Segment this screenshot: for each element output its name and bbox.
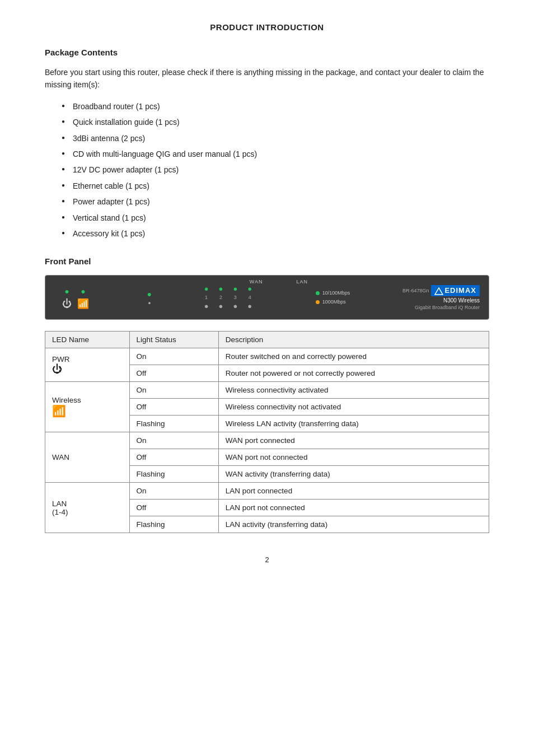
wireless-led-group: ● 📶 xyxy=(77,287,89,309)
lan-2-num: 2 xyxy=(219,295,222,300)
lan-3-dot-b: ● xyxy=(233,302,237,310)
list-item: 12V DC power adapter (1 pcs) xyxy=(62,164,489,176)
lan-2-dot-b: ● xyxy=(219,302,223,310)
pwr-on-desc: Router switched on and correctly powered xyxy=(218,348,489,365)
page-title: PRODUCT INTRODUCTION xyxy=(45,22,489,32)
list-item: Broadband router (1 pcs) xyxy=(62,100,489,113)
list-item: 3dBi antenna (2 pcs) xyxy=(62,132,489,144)
lan-3-dot: ● xyxy=(233,284,237,293)
speed-100-label: 10/100Mbps xyxy=(322,290,350,296)
table-row: PWR ⏻ On Router switched on and correctl… xyxy=(45,348,489,365)
lan-4-dot-b: ● xyxy=(247,302,252,310)
pwr-symbol: ⏻ xyxy=(52,363,123,375)
lan-port-1: ● 1 ● xyxy=(204,284,209,310)
wireless-flash-desc: Wireless LAN activity (transferring data… xyxy=(218,416,489,432)
lan-1-dot: ● xyxy=(204,284,209,293)
speed-indicators: 10/100Mbps 1000Mbps xyxy=(316,290,350,305)
lan-off-desc: LAN port not connected xyxy=(218,500,489,516)
speed-1000: 1000Mbps xyxy=(316,299,350,305)
col-led-name: LED Name xyxy=(45,332,130,348)
wan-led-name: WAN xyxy=(45,432,130,483)
lan-flash-desc: LAN activity (transferring data) xyxy=(218,516,489,533)
lan-1-dot-b: ● xyxy=(204,302,209,310)
wifi-symbol: 📶 xyxy=(52,404,123,418)
pwr-led-group: ● ⏻ xyxy=(62,287,72,309)
wan-led-top: ● xyxy=(147,290,152,298)
led-table: LED Name Light Status Description PWR ⏻ … xyxy=(45,331,489,533)
pwr-off-status: Off xyxy=(129,365,218,382)
col-description: Description xyxy=(218,332,489,348)
lan-top-label: LAN xyxy=(296,279,308,284)
lan-3-num: 3 xyxy=(234,295,237,300)
wireless-on-status: On xyxy=(129,382,218,399)
lan-ports-group: ● 1 ● ● 2 ● ● 3 ● ● 4 ● xyxy=(204,284,252,310)
speed-100: 10/100Mbps xyxy=(316,290,350,296)
speed-100-dot xyxy=(316,291,320,295)
wan-top-label: WAN xyxy=(250,279,263,284)
model-number: BR-6478Gn xyxy=(402,288,429,293)
router-diagram: WAN LAN ● ⏻ ● 📶 ● ● ● 1 xyxy=(45,275,489,320)
list-item: Power adapter (1 pcs) xyxy=(62,195,489,208)
edimax-logo: BR-6478Gn EDIMAX xyxy=(402,285,480,296)
lan-1-num: 1 xyxy=(205,295,208,300)
page-number: 2 xyxy=(45,556,489,564)
package-contents-heading: Package Contents xyxy=(45,48,489,57)
table-header-row: LED Name Light Status Description xyxy=(45,332,489,348)
wan-flash-status: Flashing xyxy=(129,466,218,483)
wan-flash-desc: WAN activity (transferring data) xyxy=(218,466,489,483)
power-icon: ⏻ xyxy=(62,299,72,309)
wireless-off-desc: Wireless connectivity not activated xyxy=(218,399,489,416)
pwr-led-dot: ● xyxy=(64,287,69,296)
n300-label: N300 Wireless xyxy=(443,297,480,304)
package-items-list: Broadband router (1 pcs) Quick installat… xyxy=(62,100,489,240)
wifi-icon: 📶 xyxy=(77,299,89,309)
wireless-led-dot: ● xyxy=(81,287,85,296)
table-row: WAN On WAN port connected xyxy=(45,432,489,449)
list-item: Ethernet cable (1 pcs) xyxy=(62,180,489,192)
edimax-brand-text: EDIMAX xyxy=(431,285,480,296)
lan-port-3: ● 3 ● xyxy=(233,284,237,310)
table-row: LAN (1-4) On LAN port connected xyxy=(45,483,489,500)
lan-2-dot: ● xyxy=(219,284,223,293)
list-item: CD with multi-language QIG and user manu… xyxy=(62,148,489,160)
pwr-off-desc: Router not powered or not correctly powe… xyxy=(218,365,489,382)
front-panel-section: Front Panel WAN LAN ● ⏻ ● 📶 ● ● xyxy=(45,256,489,533)
intro-paragraph: Before you start using this router, plea… xyxy=(45,66,489,91)
wireless-on-desc: Wireless connectivity activated xyxy=(218,382,489,399)
front-panel-heading: Front Panel xyxy=(45,256,489,266)
speed-1000-label: 1000Mbps xyxy=(322,299,346,305)
col-light-status: Light Status xyxy=(129,332,218,348)
gigabit-label: Gigabit Broadband iQ Router xyxy=(415,305,480,310)
list-item: Accessory kit (1 pcs) xyxy=(62,227,489,240)
lan-port-4: ● 4 ● xyxy=(247,284,252,310)
wireless-off-status: Off xyxy=(129,399,218,416)
wireless-led-name: Wireless 📶 xyxy=(45,382,130,432)
wan-off-desc: WAN port not connected xyxy=(218,449,489,466)
svg-marker-0 xyxy=(435,288,443,295)
edimax-branding: BR-6478Gn EDIMAX N300 Wireless Gigabit B… xyxy=(402,285,480,310)
list-item: Vertical stand (1 pcs) xyxy=(62,212,489,224)
wan-port-group: ● ● xyxy=(147,290,152,306)
diagram-labels: WAN LAN xyxy=(250,279,308,284)
wan-on-status: On xyxy=(129,432,218,449)
lan-on-desc: LAN port connected xyxy=(218,483,489,500)
table-row: Wireless 📶 On Wireless connectivity acti… xyxy=(45,382,489,399)
wan-off-status: Off xyxy=(129,449,218,466)
lan-4-num: 4 xyxy=(249,295,251,300)
list-item: Quick installation guide (1 pcs) xyxy=(62,116,489,128)
wireless-flash-status: Flashing xyxy=(129,416,218,432)
lan-led-name: LAN (1-4) xyxy=(45,483,130,533)
wan-led-dot-bottom: ● xyxy=(148,300,151,306)
left-icons: ● ⏻ ● 📶 xyxy=(62,287,89,309)
pwr-led-name: PWR ⏻ xyxy=(45,348,130,382)
lan-on-status: On xyxy=(129,483,218,500)
edimax-logo-icon xyxy=(434,287,443,295)
lan-off-status: Off xyxy=(129,500,218,516)
wan-on-desc: WAN port connected xyxy=(218,432,489,449)
speed-1000-dot xyxy=(316,300,320,304)
lan-4-dot: ● xyxy=(247,284,252,293)
lan-flash-status: Flashing xyxy=(129,516,218,533)
pwr-on-status: On xyxy=(129,348,218,365)
lan-port-2: ● 2 ● xyxy=(219,284,223,310)
